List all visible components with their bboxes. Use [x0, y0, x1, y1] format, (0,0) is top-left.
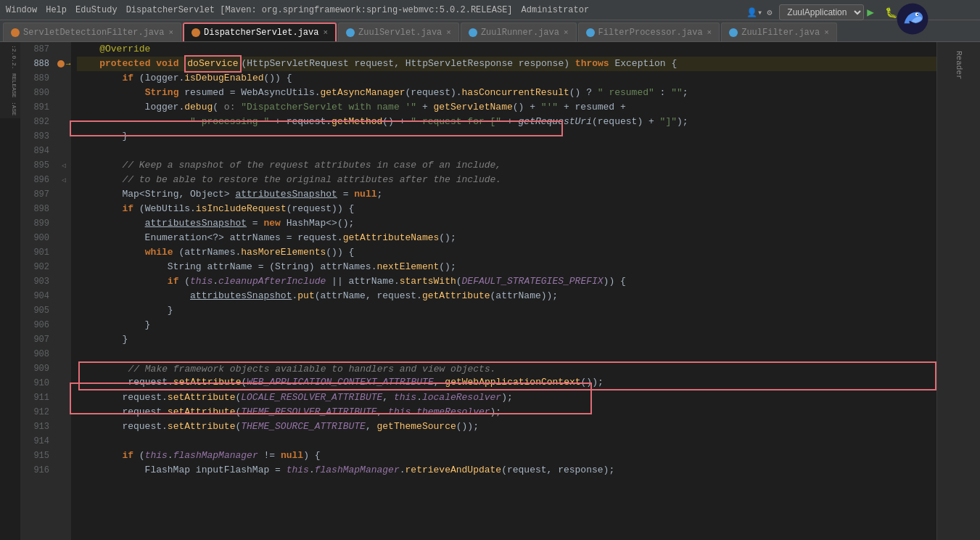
line-901: 901: [20, 245, 49, 260]
close-tab-zuul-filter[interactable]: ×: [824, 28, 829, 37]
fold-895[interactable]: ◁: [62, 161, 66, 170]
title-edustudy[interactable]: EduStudy: [75, 5, 118, 15]
tab-zuul-servlet[interactable]: ZuulServlet.java ×: [338, 22, 459, 41]
tab-zuul-runner[interactable]: ZuulRunner.java ×: [461, 22, 577, 41]
line-912: 912: [20, 405, 49, 420]
line-887: 887: [20, 42, 49, 57]
marker-896: ◁: [57, 173, 71, 187]
annotation-override: @Override: [77, 42, 150, 57]
title-path: DispatcherServlet [Maven: org.springfram…: [126, 5, 513, 15]
title-help[interactable]: Help: [46, 5, 67, 15]
line-902: 902: [20, 260, 49, 274]
marker-904: [57, 289, 71, 303]
code-line-894: [77, 144, 936, 158]
fold-896[interactable]: ◁: [62, 176, 66, 184]
tab-icon-servlet: [11, 28, 20, 37]
marker-891: [57, 100, 71, 115]
line-893: 893: [20, 129, 49, 144]
tab-filter-processor[interactable]: FilterProcessor.java ×: [578, 22, 720, 41]
user-icon[interactable]: 👤▾: [746, 7, 762, 18]
marker-893: [57, 129, 71, 144]
kw-void: void: [156, 57, 178, 71]
marker-901: [57, 245, 71, 260]
marker-897: [57, 187, 71, 202]
tab-icon-zuul-filter: [729, 28, 738, 37]
line-900: 900: [20, 231, 49, 245]
line-896: 896: [20, 173, 49, 187]
marker-892: [57, 115, 71, 129]
tab-icon-filter-proc: [586, 28, 595, 37]
method-doservice: doService: [184, 55, 241, 73]
kw-throws: throws: [575, 57, 609, 71]
marker-887: [57, 42, 71, 57]
tab-icon-zuul-runner: [469, 28, 477, 37]
line-913: 913: [20, 420, 49, 434]
marker-905: [57, 303, 71, 318]
code-line-916: FlashMap inputFlashMap = this . flashMap…: [77, 463, 936, 478]
marker-906: [57, 318, 71, 332]
title-admin: Administrator: [522, 5, 590, 15]
run-button[interactable]: ▶: [867, 5, 874, 20]
marker-890: [57, 86, 71, 100]
tab-bar: ServletDetectionFilter.java × Dispatcher…: [0, 20, 980, 42]
breakpoint-888[interactable]: [57, 60, 65, 68]
code-line-903: if ( this . cleanupAfterInclude || attrN…: [77, 274, 936, 289]
code-line-909: // Make framework objects available to h…: [78, 361, 936, 376]
code-line-914: [77, 434, 936, 449]
line-909: 909: [20, 361, 49, 376]
marker-907: [57, 332, 71, 347]
code-line-897: Map<String, Object> attributesSnapshot =…: [77, 187, 936, 202]
line-898: 898: [20, 202, 49, 216]
code-line-912: request. setAttribute ( THEME_RESOLVER_A…: [77, 405, 936, 420]
tab-servlet-detection[interactable]: ServletDetectionFilter.java ×: [3, 22, 181, 41]
tab-zuul-filter[interactable]: ZuulFilter.java ×: [721, 22, 837, 41]
gutter-markers: → ◁ ◁: [57, 42, 71, 540]
close-tab-servlet[interactable]: ×: [168, 28, 173, 37]
line-908: 908: [20, 347, 49, 361]
code-line-910: request. setAttribute ( WEB_APPLICATION_…: [78, 376, 936, 390]
app-selector[interactable]: ZuulApplication: [779, 4, 864, 20]
code-line-901: while (attrNames. hasMoreElements ()) {: [77, 245, 936, 260]
tab-label-zuul-servlet: ZuulServlet.java: [358, 28, 442, 38]
close-tab-zuul-runner[interactable]: ×: [564, 28, 569, 37]
reader-label: Reader: [955, 51, 963, 80]
close-tab-dispatcher[interactable]: ×: [323, 28, 328, 37]
title-window[interactable]: Window: [6, 5, 37, 15]
line-897: 897: [20, 187, 49, 202]
code-line-889: if ( logger . isDebugEnabled ()) {: [77, 71, 936, 86]
logo-bird: [896, 2, 929, 36]
code-line-911: request. setAttribute ( LOCALE_RESOLVER_…: [77, 390, 936, 405]
code-line-887: @Override: [77, 42, 936, 57]
tab-dispatcher-servlet[interactable]: DispatcherServlet.java ×: [183, 22, 337, 41]
tab-label-filter-proc: FilterProcessor.java: [598, 28, 703, 38]
line-916: 916: [20, 463, 49, 478]
code-line-896: // to be able to restore the original at…: [77, 173, 936, 187]
line-888: 888: [20, 57, 49, 71]
tab-icon-zuul-servlet: [346, 28, 355, 37]
code-line-892: " processing " + request. getMethod () +…: [77, 115, 936, 129]
tab-label-servlet: ServletDetectionFilter.java: [23, 28, 164, 38]
code-line-898: if (WebUtils. isIncludeRequest (request)…: [77, 202, 936, 216]
line-892: 892: [20, 115, 49, 129]
svg-point-2: [917, 14, 918, 15]
settings-icon[interactable]: ⚙: [767, 7, 772, 18]
line-905: 905: [20, 303, 49, 318]
main-layout: :2.0.2. RELEASE :ASE 887 888 889 890 891…: [0, 42, 980, 540]
marker-899: [57, 216, 71, 231]
tab-label-zuul-filter: ZuulFilter.java: [741, 28, 820, 38]
code-line-899: attributesSnapshot = new HashMap<>();: [77, 216, 936, 231]
code-line-905: }: [77, 303, 936, 318]
tab-label-dispatcher: DispatcherServlet.java: [204, 28, 318, 38]
code-line-890: String resumed = WebAsyncUtils . getAsyn…: [77, 86, 936, 100]
line-910: 910: [20, 376, 49, 390]
line-904: 904: [20, 289, 49, 303]
code-content[interactable]: @Override protected void doService ( Htt…: [71, 42, 936, 540]
version-info: :2.0.2. RELEASE :ASE: [0, 42, 20, 118]
marker-889: [57, 71, 71, 86]
line-894: 894: [20, 144, 49, 158]
marker-894: [57, 144, 71, 158]
code-line-893: }: [77, 129, 936, 144]
marker-902: [57, 260, 71, 274]
close-tab-filter-proc[interactable]: ×: [707, 28, 712, 37]
close-tab-zuul-servlet[interactable]: ×: [446, 28, 451, 37]
